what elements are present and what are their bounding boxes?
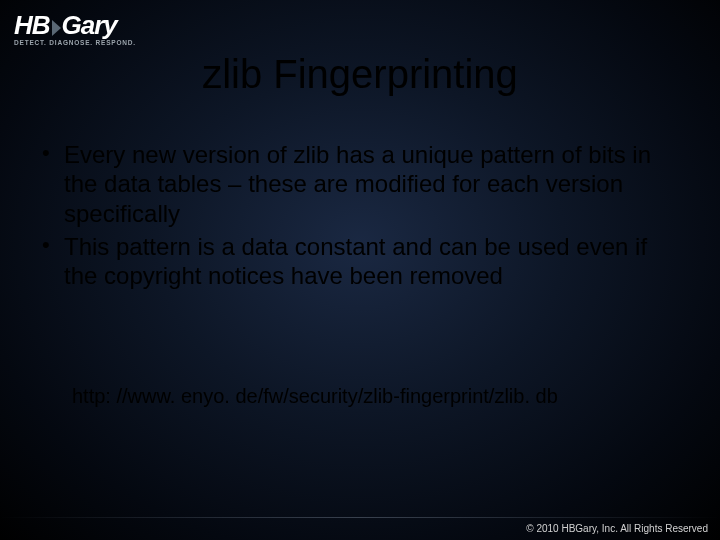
bullet-list: Every new version of zlib has a unique p… [34,140,686,294]
logo-main: HBGary [14,12,136,38]
copyright-footer: © 2010 HBGary, Inc. All Rights Reserved [526,523,708,534]
slide: HBGary DETECT. DIAGNOSE. RESPOND. zlib F… [0,0,720,540]
reference-url: http: //www. enyo. de/fw/security/zlib-f… [72,384,686,408]
company-logo: HBGary DETECT. DIAGNOSE. RESPOND. [14,12,136,46]
logo-text-gary: Gary [62,10,117,40]
list-item: This pattern is a data constant and can … [34,232,686,291]
slide-title: zlib Fingerprinting [0,52,720,97]
logo-text-hb: HB [14,10,50,40]
list-item: Every new version of zlib has a unique p… [34,140,686,228]
footer-divider [0,517,720,518]
arrow-icon [52,20,61,36]
logo-tagline: DETECT. DIAGNOSE. RESPOND. [14,39,136,46]
